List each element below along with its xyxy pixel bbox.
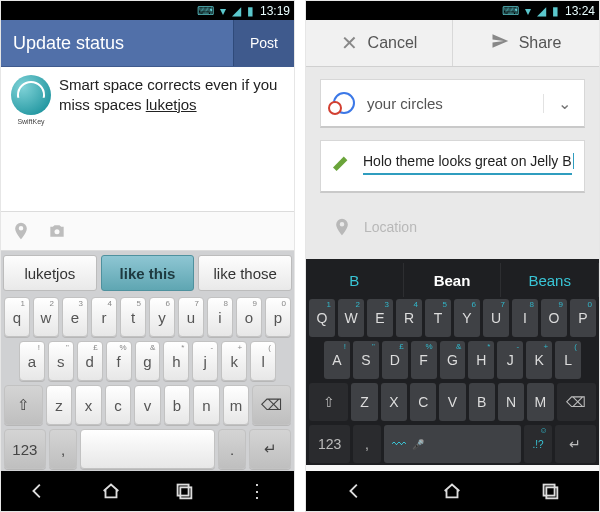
key-B[interactable]: B: [469, 383, 495, 421]
key-x[interactable]: x: [75, 385, 102, 425]
key-i[interactable]: i8: [207, 297, 233, 337]
nav-home[interactable]: [98, 478, 124, 504]
key-l[interactable]: l(: [250, 341, 276, 381]
key-e[interactable]: e3: [62, 297, 88, 337]
key-G[interactable]: G&: [440, 341, 466, 379]
key-V[interactable]: V: [439, 383, 465, 421]
key-F[interactable]: F%: [411, 341, 437, 379]
key-o[interactable]: o9: [236, 297, 262, 337]
key-q[interactable]: q1: [4, 297, 30, 337]
key-space[interactable]: 〰🎤: [384, 425, 522, 463]
chevron-down-icon[interactable]: ⌄: [543, 94, 584, 113]
key-Q[interactable]: Q1: [309, 299, 335, 337]
svg-rect-4: [546, 487, 557, 498]
key-r[interactable]: r4: [91, 297, 117, 337]
nav-home[interactable]: [439, 478, 465, 504]
key-X[interactable]: X: [381, 383, 407, 421]
key-period[interactable]: .: [218, 429, 247, 469]
key-p[interactable]: p0: [265, 297, 291, 337]
key-D[interactable]: D£: [382, 341, 408, 379]
key-A[interactable]: A!: [324, 341, 350, 379]
key-shift[interactable]: ⇧: [309, 383, 348, 421]
key-L[interactable]: L(: [555, 341, 581, 379]
battery-icon: ▮: [552, 4, 559, 18]
compose-text-input[interactable]: Smart space corrects even if you miss sp…: [59, 75, 284, 114]
key-g[interactable]: g&: [135, 341, 161, 381]
key-U[interactable]: U7: [483, 299, 509, 337]
location-icon[interactable]: [11, 221, 31, 241]
cancel-button[interactable]: ✕ Cancel: [306, 20, 452, 66]
key-a[interactable]: a!: [19, 341, 45, 381]
suggestion-1[interactable]: luketjos: [3, 255, 97, 291]
nav-menu[interactable]: ⋮: [244, 478, 270, 504]
nav-back[interactable]: [25, 478, 51, 504]
key-J[interactable]: J-: [497, 341, 523, 379]
key-c[interactable]: c: [105, 385, 132, 425]
key-h[interactable]: h*: [163, 341, 189, 381]
key-s[interactable]: s": [48, 341, 74, 381]
key-comma[interactable]: ,: [353, 425, 381, 463]
key-f[interactable]: f%: [106, 341, 132, 381]
location-row[interactable]: Location: [320, 205, 585, 249]
suggestion-3[interactable]: like those: [198, 255, 292, 291]
key-y[interactable]: y6: [149, 297, 175, 337]
key-R[interactable]: R4: [396, 299, 422, 337]
key-H[interactable]: H*: [468, 341, 494, 379]
suggestion-2[interactable]: like this: [101, 255, 195, 291]
key-symbols[interactable]: 123: [4, 429, 46, 469]
key-W[interactable]: W2: [338, 299, 364, 337]
key-u[interactable]: u7: [178, 297, 204, 337]
post-button-label: Post: [250, 35, 278, 51]
share-button[interactable]: Share: [453, 20, 599, 66]
key-w[interactable]: w2: [33, 297, 59, 337]
suggestion-3[interactable]: Beans: [501, 263, 599, 297]
key-N[interactable]: N: [498, 383, 524, 421]
suggestion-1[interactable]: B: [306, 263, 404, 297]
key-P[interactable]: P0: [570, 299, 596, 337]
post-text-value: Holo theme looks great on Jelly B: [363, 153, 572, 169]
key-C[interactable]: C: [410, 383, 436, 421]
key-I[interactable]: I8: [512, 299, 538, 337]
key-enter[interactable]: ↵: [555, 425, 596, 463]
key-m[interactable]: m: [223, 385, 250, 425]
key-M[interactable]: M: [527, 383, 553, 421]
nav-recents[interactable]: [537, 478, 563, 504]
key-k[interactable]: k+: [221, 341, 247, 381]
swiftkey-logo-caption: SwiftKey: [11, 118, 51, 125]
location-icon: [332, 217, 352, 237]
key-Y[interactable]: Y6: [454, 299, 480, 337]
nav-recents[interactable]: [171, 478, 197, 504]
key-n[interactable]: n: [193, 385, 220, 425]
key-d[interactable]: d£: [77, 341, 103, 381]
key-v[interactable]: v: [134, 385, 161, 425]
swiftkey-logo: SwiftKey: [11, 75, 51, 115]
key-T[interactable]: T5: [425, 299, 451, 337]
key-K[interactable]: K+: [526, 341, 552, 379]
keyboard-light: luketjos like this like those q1w2e3r4t5…: [1, 251, 294, 471]
key-Z[interactable]: Z: [351, 383, 377, 421]
key-symbols[interactable]: 123: [309, 425, 350, 463]
key-z[interactable]: z: [46, 385, 73, 425]
key-b[interactable]: b: [164, 385, 191, 425]
key-period[interactable]: .!?☺: [524, 425, 552, 463]
nav-back[interactable]: [342, 478, 368, 504]
key-backspace[interactable]: ⌫: [252, 385, 291, 425]
post-button[interactable]: Post: [233, 20, 294, 66]
key-enter[interactable]: ↵: [249, 429, 291, 469]
key-t[interactable]: t5: [120, 297, 146, 337]
suggestion-2[interactable]: Bean: [404, 263, 502, 297]
key-space[interactable]: [80, 429, 215, 469]
status-bar: ⌨ ▾ ◢ ▮ 13:19: [1, 1, 294, 20]
key-O[interactable]: O9: [541, 299, 567, 337]
key-comma[interactable]: ,: [49, 429, 78, 469]
key-backspace[interactable]: ⌫: [557, 383, 596, 421]
key-E[interactable]: E3: [367, 299, 393, 337]
svg-rect-2: [180, 487, 191, 498]
post-text-input[interactable]: Holo theme looks great on Jelly B: [363, 153, 572, 175]
key-S[interactable]: S": [353, 341, 379, 379]
camera-icon[interactable]: [47, 221, 67, 241]
circles-icon: [333, 92, 355, 114]
key-shift[interactable]: ⇧: [4, 385, 43, 425]
key-j[interactable]: j-: [192, 341, 218, 381]
circles-selector[interactable]: your circles ⌄: [320, 79, 585, 128]
